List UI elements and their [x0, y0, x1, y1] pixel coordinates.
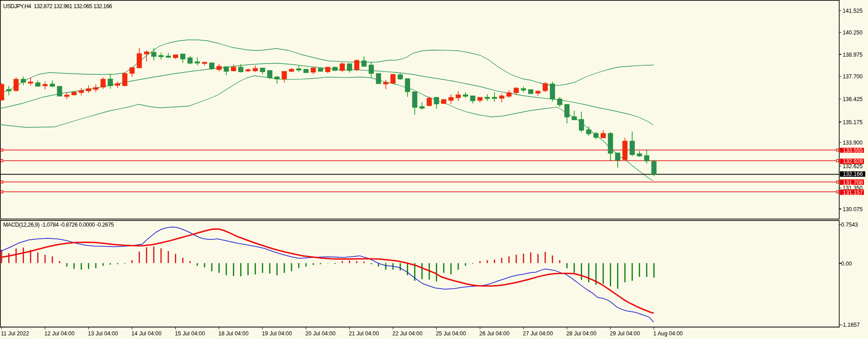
svg-text:13 Jul 04:00: 13 Jul 04:00: [88, 330, 118, 337]
svg-text:MACD(12,26,9) -1.0784 -0.8726: MACD(12,26,9) -1.0784 -0.8726 0.0000 -0.…: [3, 222, 114, 228]
svg-text:132.166: 132.166: [843, 171, 863, 177]
svg-text:0.00: 0.00: [841, 261, 852, 267]
svg-text:29 Jul 04:00: 29 Jul 04:00: [610, 330, 640, 337]
svg-text:138.975: 138.975: [843, 52, 863, 58]
svg-text:28 Jul 04:00: 28 Jul 04:00: [566, 330, 597, 337]
svg-text:20 Jul 04:00: 20 Jul 04:00: [305, 330, 336, 337]
svg-text:135.175: 135.175: [843, 119, 863, 126]
svg-text:18 Jul 04:00: 18 Jul 04:00: [218, 330, 249, 337]
svg-text:11 Jul 2022: 11 Jul 2022: [1, 330, 29, 337]
svg-text:15 Jul 04:00: 15 Jul 04:00: [175, 330, 205, 337]
svg-text:USDJPY,H4 132.872 132.961 132: USDJPY,H4 132.872 132.961 132.065 132.16…: [3, 3, 112, 10]
svg-text:12 Jul 04:00: 12 Jul 04:00: [44, 330, 75, 337]
svg-text:133.900: 133.900: [843, 140, 863, 146]
svg-text:19 Jul 04:00: 19 Jul 04:00: [262, 330, 292, 337]
svg-text:137.700: 137.700: [843, 73, 863, 80]
svg-text:0.7543: 0.7543: [841, 222, 858, 228]
svg-text:26 Jul 04:00: 26 Jul 04:00: [479, 330, 510, 337]
svg-text:136.425: 136.425: [843, 96, 863, 102]
svg-text:130.075: 130.075: [843, 206, 863, 213]
svg-text:25 Jul 04:00: 25 Jul 04:00: [436, 330, 466, 337]
svg-text:141.525: 141.525: [843, 8, 863, 14]
svg-text:140.250: 140.250: [843, 29, 863, 36]
svg-text:1 Aug 04:00: 1 Aug 04:00: [653, 330, 683, 337]
svg-text:132.928: 132.928: [843, 158, 863, 165]
svg-text:22 Jul 04:00: 22 Jul 04:00: [392, 330, 423, 337]
svg-text:131.708: 131.708: [843, 179, 863, 186]
svg-text:14 Jul 04:00: 14 Jul 04:00: [131, 330, 162, 337]
svg-text:21 Jul 04:00: 21 Jul 04:00: [349, 330, 379, 337]
svg-text:-1.1657: -1.1657: [841, 322, 860, 328]
svg-text:131.157: 131.157: [843, 189, 863, 196]
svg-text:133.555: 133.555: [843, 147, 863, 154]
svg-text:27 Jul 04:00: 27 Jul 04:00: [523, 330, 553, 337]
